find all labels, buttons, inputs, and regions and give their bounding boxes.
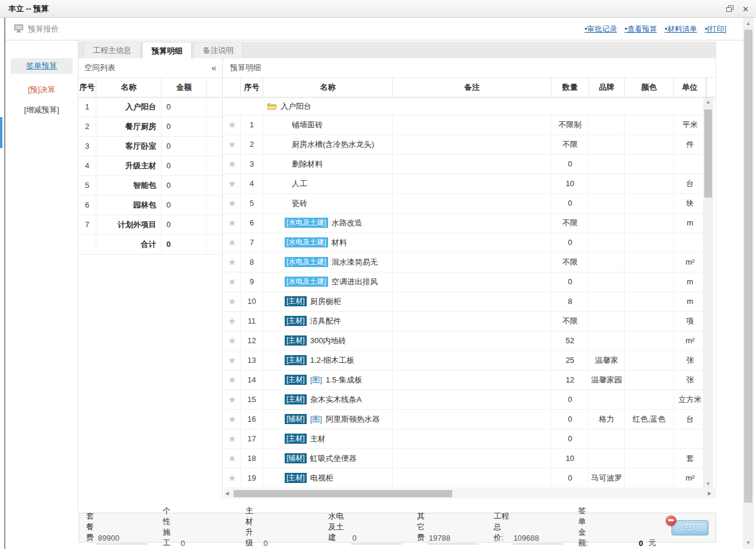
cell-brand (589, 115, 625, 134)
favorite-star-icon[interactable]: ★ (224, 174, 241, 193)
cell-seq: 7 (241, 233, 263, 252)
col-color: 颜色 (625, 78, 674, 97)
budget-item-row[interactable]: ★ 8 [水电及土建]混水漆简易无 不限 m² (224, 253, 706, 272)
space-row[interactable]: 4 升级主材 0 (78, 156, 222, 176)
favorite-star-icon[interactable]: ★ (224, 135, 241, 154)
budget-item-row[interactable]: ★ 6 [水电及土建]水路改造 不限 m (224, 214, 706, 233)
col-name: 名称 (263, 78, 393, 97)
tab[interactable]: 工程主信息 (83, 42, 141, 58)
favorite-star-icon[interactable]: ★ (224, 331, 241, 350)
space-row[interactable]: 7 计划外项目 0 (78, 215, 222, 235)
cell-brand (589, 233, 625, 252)
favorite-star-icon[interactable]: ★ (224, 155, 241, 174)
cell-unit: m² (674, 331, 706, 350)
favorite-star-icon[interactable]: ★ (224, 390, 241, 409)
favorite-star-icon[interactable]: ★ (224, 429, 241, 448)
cell-remark (393, 331, 552, 350)
favorite-star-icon[interactable]: ★ (224, 115, 241, 134)
header-link[interactable]: •[打印] (705, 24, 726, 34)
horizontal-scroll-thumb[interactable] (234, 490, 452, 497)
page-vertical-scrollbar[interactable]: ▲ ▼ (743, 18, 754, 549)
col-seq: 序号 (241, 78, 263, 97)
image-link[interactable]: [图] (310, 415, 322, 423)
group-name: 入户阳台 (281, 98, 311, 115)
space-row[interactable]: 6 园林包 0 (78, 196, 222, 215)
favorite-star-icon[interactable]: ★ (224, 371, 241, 390)
favorite-star-icon[interactable]: ★ (224, 469, 241, 488)
cell-amount: 0 (162, 176, 207, 195)
cell-seq (78, 235, 96, 254)
space-row[interactable]: 5 智能包 0 (78, 176, 222, 196)
header-link[interactable]: •材料清单 (664, 24, 697, 34)
favorite-star-icon[interactable]: ★ (224, 449, 241, 468)
budget-item-row[interactable]: ★ 12 [主材]300内地砖 52 m² (224, 331, 706, 351)
restore-window-icon[interactable] (726, 5, 734, 12)
budget-item-row[interactable]: ★ 1 铺墙面砖 不限制 平米 (224, 115, 706, 135)
scroll-right-icon[interactable]: ▶ (708, 489, 711, 498)
budget-item-row[interactable]: ★ 10 [主材]厨房橱柜 8 m (224, 292, 706, 312)
favorite-star-icon[interactable]: ★ (224, 312, 241, 331)
budget-item-row[interactable]: ★ 3 删除材料 0 (224, 155, 706, 174)
budget-item-row[interactable]: ★ 16 [辅材][图]阿里斯顿热水器 0 格力 红色,蓝色 台 (224, 410, 706, 429)
space-row[interactable]: 1 入户阳台 0 (78, 98, 222, 117)
scroll-left-icon[interactable]: ◀ (225, 489, 229, 498)
sidebar-item[interactable]: 签单预算 (5, 58, 78, 74)
budget-item-row[interactable]: ★ 4 人工 10 台 (224, 174, 706, 194)
favorite-star-icon[interactable]: ★ (224, 253, 241, 272)
favorite-star-icon[interactable]: ★ (224, 351, 241, 370)
detail-horizontal-scrollbar[interactable]: ◀ ▶ (224, 489, 716, 498)
remove-badge-icon[interactable] (666, 515, 676, 526)
tab-label: 预算明细 (152, 46, 182, 55)
scroll-up-icon[interactable]: ▲ (743, 19, 754, 29)
budget-item-row[interactable]: ★ 5 瓷砖 0 块 (224, 194, 706, 214)
left-accent-strip (0, 117, 2, 148)
header-link[interactable]: •审批记录 (585, 24, 617, 34)
open-folder-icon (267, 98, 277, 115)
budget-item-row[interactable]: ★ 19 [主材]电视柜 0 马可波罗 m² (224, 469, 706, 488)
sidebar-item[interactable]: [预]决算 (5, 82, 78, 98)
space-row[interactable]: 合计 0 (78, 235, 222, 255)
favorite-star-icon[interactable]: ★ (224, 214, 241, 233)
detail-vertical-scrollbar[interactable]: ▲ ▼ (703, 98, 713, 489)
group-row[interactable]: 入户阳台 (224, 98, 706, 115)
space-row[interactable]: 2 餐厅厨房 0 (78, 117, 222, 137)
page-scroll-thumb[interactable] (744, 30, 752, 503)
scroll-down-icon[interactable]: ▼ (703, 479, 713, 489)
close-window-icon[interactable]: ✕ (742, 5, 749, 14)
favorite-star-icon[interactable]: ★ (224, 272, 241, 291)
scroll-down-icon[interactable]: ▼ (743, 538, 754, 548)
favorite-star-icon[interactable]: ★ (224, 410, 241, 429)
budget-item-row[interactable]: ★ 18 [辅材]虹吸式坐便器 10 套 (224, 449, 706, 469)
budget-item-row[interactable]: ★ 17 [主材]主材 0 (224, 429, 706, 449)
cell-quantity: 不限 (552, 135, 589, 154)
scroll-up-icon[interactable]: ▲ (703, 98, 713, 107)
favorite-star-icon[interactable]: ★ (224, 233, 241, 252)
vertical-scroll-thumb[interactable] (704, 109, 712, 197)
favorite-star-icon[interactable]: ★ (224, 292, 241, 311)
budget-item-row[interactable]: ★ 14 [主材][图]1.5-集成板 12 温馨家园 张 (224, 371, 706, 390)
budget-item-row[interactable]: ★ 9 [水电及土建]空调进出排风 0 m (224, 272, 706, 292)
cell-unit: 件 (674, 135, 706, 154)
budget-item-row[interactable]: ★ 7 [水电及土建]材料 0 (224, 233, 706, 253)
sidebar-item[interactable]: [增减预算] (5, 102, 78, 118)
cell-brand (589, 214, 625, 233)
favorite-star-icon[interactable]: ★ (224, 194, 241, 213)
header-link[interactable]: •查看预算 (625, 24, 657, 34)
cell-name: [水电及土建]混水漆简易无 (263, 253, 393, 272)
cell-brand (589, 449, 625, 468)
collapse-panel-icon[interactable]: « (212, 58, 216, 77)
budget-item-row[interactable]: ★ 13 [主材]1.2-细木工板 25 温馨家 张 (224, 351, 706, 371)
tab[interactable]: 备注说明 (193, 42, 243, 58)
close-button[interactable]: 关闭 (672, 520, 708, 535)
cell-unit: m² (674, 469, 706, 488)
budget-item-row[interactable]: ★ 11 [主材]洁具配件 不限 项 (224, 312, 706, 331)
budget-item-row[interactable]: ★ 2 厨房水槽(含冷热水龙头) 不限 件 (224, 135, 706, 155)
cell-brand: 温馨家园 (589, 371, 625, 390)
cell-quantity: 不限制 (552, 115, 589, 134)
space-row[interactable]: 3 客厅卧室 0 (78, 137, 222, 156)
budget-item-row[interactable]: ★ 15 [主材]杂木实木线条A 0 立方米 (224, 390, 706, 410)
cell-name: [辅材][图]阿里斯顿热水器 (263, 410, 393, 429)
image-link[interactable]: [图] (310, 375, 322, 384)
tab[interactable]: 预算明细 (142, 42, 192, 59)
cell-name: 升级主材 (96, 156, 162, 175)
